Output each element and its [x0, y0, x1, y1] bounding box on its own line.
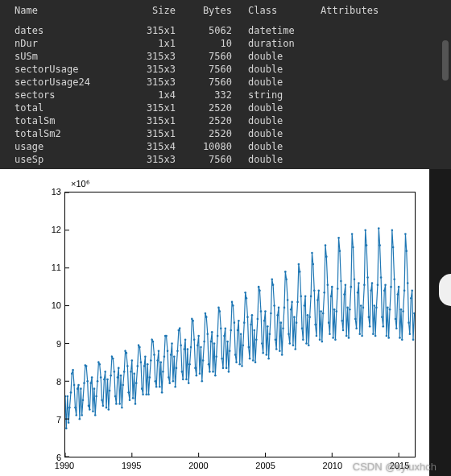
svg-point-22	[89, 408, 91, 411]
svg-point-126	[205, 313, 207, 315]
svg-point-275	[370, 290, 372, 292]
svg-point-100	[176, 367, 178, 370]
cell-bytes: 5062	[192, 25, 240, 36]
svg-point-232	[322, 313, 325, 315]
svg-point-143	[223, 335, 226, 337]
svg-point-65	[136, 365, 139, 367]
svg-point-174	[258, 286, 260, 288]
svg-point-2	[67, 395, 69, 398]
svg-point-245	[337, 288, 339, 290]
cell-bytes: 7560	[192, 64, 240, 75]
svg-point-128	[206, 333, 209, 335]
svg-point-40	[109, 390, 111, 392]
svg-point-263	[357, 292, 359, 294]
svg-point-181	[266, 354, 268, 356]
svg-point-268	[362, 307, 365, 309]
table-row[interactable]: sUSm315x37560double	[6, 50, 445, 63]
svg-point-222	[311, 252, 313, 255]
svg-point-210	[298, 263, 300, 266]
svg-point-133	[212, 370, 214, 373]
workspace-scrollbar[interactable]	[439, 0, 451, 159]
table-row[interactable]: dates315x15062datetime	[6, 24, 445, 37]
svg-point-262	[355, 327, 358, 329]
svg-point-203	[290, 308, 292, 311]
scrollbar-thumb[interactable]	[442, 40, 449, 81]
svg-point-287	[383, 290, 386, 292]
svg-point-169	[252, 359, 254, 362]
svg-point-258	[351, 233, 354, 235]
x-tick-label: 2010	[323, 461, 342, 470]
table-row[interactable]: sectors1x4332string	[6, 89, 445, 101]
header-size[interactable]: Size	[127, 5, 192, 16]
svg-point-134	[213, 342, 216, 345]
header-bytes[interactable]: Bytes	[192, 5, 240, 16]
svg-point-47	[117, 376, 119, 379]
header-class[interactable]: Class	[240, 5, 312, 16]
table-row[interactable]: nDur1x110duration	[6, 37, 445, 50]
svg-point-175	[259, 290, 261, 292]
y-tick-label: 11	[52, 263, 61, 272]
svg-point-45	[114, 395, 117, 398]
cell-name: usage	[6, 141, 127, 152]
table-header-row: Name Size Bytes Class Attributes	[6, 3, 445, 18]
table-row[interactable]: total315x12520double	[6, 101, 445, 114]
x-tick-label: 1995	[122, 461, 141, 470]
svg-point-66	[138, 344, 140, 346]
table-row[interactable]: totalSm315x12520double	[6, 114, 445, 127]
svg-point-308	[407, 282, 409, 284]
svg-point-187	[272, 284, 275, 287]
plot-area[interactable]	[64, 192, 416, 457]
svg-point-30	[97, 362, 100, 364]
header-name[interactable]: Name	[6, 5, 127, 16]
svg-point-206	[293, 316, 296, 318]
svg-point-161	[243, 321, 246, 324]
table-row[interactable]: useSp315x37560double	[6, 153, 445, 166]
svg-point-295	[392, 246, 395, 249]
svg-point-198	[284, 271, 287, 273]
cell-size: 315x3	[127, 51, 192, 62]
svg-point-131	[210, 341, 213, 343]
svg-point-42	[111, 356, 114, 358]
cell-name: totalSm2	[6, 128, 127, 139]
header-attributes[interactable]: Attributes	[312, 5, 401, 16]
table-row[interactable]: sectorUsage24315x37560double	[6, 76, 445, 89]
svg-point-9	[74, 407, 77, 409]
svg-point-135	[214, 375, 217, 377]
svg-point-249	[341, 320, 343, 322]
table-row[interactable]: usage315x410080double	[6, 140, 445, 153]
svg-point-297	[395, 318, 397, 321]
line-plot-svg	[65, 192, 415, 457]
side-panel-handle[interactable]	[439, 274, 451, 306]
cell-size: 315x4	[127, 141, 192, 152]
svg-point-216	[304, 296, 307, 298]
table-row[interactable]: totalSm2315x12520double	[6, 127, 445, 140]
svg-point-159	[241, 365, 243, 367]
svg-point-119	[197, 344, 199, 346]
cell-class: double	[240, 128, 312, 139]
cell-class: double	[240, 115, 312, 126]
svg-point-41	[110, 375, 112, 377]
svg-point-226	[316, 335, 318, 337]
svg-point-302	[400, 308, 403, 311]
svg-point-290	[387, 307, 389, 309]
svg-point-250	[342, 329, 345, 332]
y-tick-label: 8	[56, 377, 61, 387]
svg-point-243	[334, 338, 337, 341]
svg-point-142	[222, 367, 225, 370]
svg-point-235	[325, 255, 328, 258]
table-row[interactable]: sectorUsage315x37560double	[6, 63, 445, 76]
svg-point-217	[305, 342, 308, 345]
svg-point-183	[267, 358, 270, 360]
svg-point-115	[192, 320, 194, 322]
cell-name: sectorUsage24	[6, 77, 127, 88]
x-tick-label: 1990	[55, 461, 74, 470]
svg-point-301	[399, 337, 401, 339]
svg-point-177	[261, 342, 263, 345]
svg-point-112	[188, 363, 191, 366]
chart-figure[interactable]: ×10⁶ 678910111213 1990199520002005201020…	[0, 169, 429, 476]
svg-point-238	[329, 333, 331, 335]
svg-point-116	[193, 338, 196, 341]
svg-point-214	[302, 338, 304, 341]
svg-point-35	[103, 379, 106, 381]
svg-point-148	[229, 350, 231, 353]
